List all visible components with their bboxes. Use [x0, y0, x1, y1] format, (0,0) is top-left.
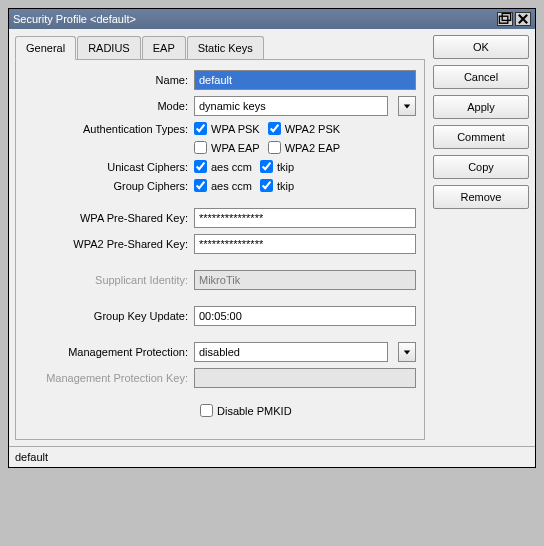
group-key-update-input[interactable]: [194, 306, 416, 326]
group-tkip-label: tkip: [277, 180, 294, 192]
chevron-down-icon: [403, 348, 411, 356]
wpa2-psk-input[interactable]: [194, 234, 416, 254]
mode-select[interactable]: dynamic keys: [194, 96, 388, 116]
svg-marker-4: [404, 104, 410, 108]
wpa2-eap-checkbox[interactable]: [268, 141, 281, 154]
wpa-eap-label: WPA EAP: [211, 142, 260, 154]
disable-pmkid-checkbox[interactable]: [200, 404, 213, 417]
mode-dropdown-button[interactable]: [398, 96, 416, 116]
mgmt-protection-select[interactable]: disabled: [194, 342, 388, 362]
ok-button[interactable]: OK: [433, 35, 529, 59]
restore-button[interactable]: [497, 12, 513, 26]
window-title: Security Profile <default>: [13, 13, 497, 25]
wpa2-psk-checkbox[interactable]: [268, 122, 281, 135]
status-bar: default: [9, 446, 535, 467]
wpa2-psk-label: WPA2 PSK: [285, 123, 340, 135]
unicast-tkip-label: tkip: [277, 161, 294, 173]
name-input[interactable]: [194, 70, 416, 90]
unicast-tkip-checkbox[interactable]: [260, 160, 273, 173]
comment-button[interactable]: Comment: [433, 125, 529, 149]
cancel-button[interactable]: Cancel: [433, 65, 529, 89]
group-aes-checkbox[interactable]: [194, 179, 207, 192]
tab-body-general: Name: Mode: dynamic keys Authent: [15, 59, 425, 440]
security-profile-window: Security Profile <default> General RADIU…: [8, 8, 536, 468]
mgmt-protection-dropdown-button[interactable]: [398, 342, 416, 362]
wpa-psk-checkbox[interactable]: [194, 122, 207, 135]
titlebar[interactable]: Security Profile <default>: [9, 9, 535, 29]
wpa2-psk-key-label: WPA2 Pre-Shared Key:: [24, 238, 194, 250]
mode-label: Mode:: [24, 100, 194, 112]
group-label: Group Ciphers:: [24, 180, 194, 192]
group-aes-label: aes ccm: [211, 180, 252, 192]
tabs: General RADIUS EAP Static Keys: [15, 36, 425, 60]
close-button[interactable]: [515, 12, 531, 26]
auth-types-label: Authentication Types:: [24, 123, 194, 135]
name-label: Name:: [24, 74, 194, 86]
tab-static-keys[interactable]: Static Keys: [187, 36, 264, 59]
group-key-update-label: Group Key Update:: [24, 310, 194, 322]
tab-eap[interactable]: EAP: [142, 36, 186, 59]
mgmt-protection-key-input: [194, 368, 416, 388]
unicast-aes-checkbox[interactable]: [194, 160, 207, 173]
wpa-psk-key-label: WPA Pre-Shared Key:: [24, 212, 194, 224]
apply-button[interactable]: Apply: [433, 95, 529, 119]
copy-button[interactable]: Copy: [433, 155, 529, 179]
tab-radius[interactable]: RADIUS: [77, 36, 141, 59]
tab-general[interactable]: General: [15, 36, 76, 60]
group-tkip-checkbox[interactable]: [260, 179, 273, 192]
supplicant-input: [194, 270, 416, 290]
svg-marker-5: [404, 350, 410, 354]
mgmt-protection-label: Management Protection:: [24, 346, 194, 358]
mgmt-protection-key-label: Management Protection Key:: [24, 372, 194, 384]
unicast-aes-label: aes ccm: [211, 161, 252, 173]
disable-pmkid-label: Disable PMKID: [217, 405, 292, 417]
wpa2-eap-label: WPA2 EAP: [285, 142, 340, 154]
unicast-label: Unicast Ciphers:: [24, 161, 194, 173]
remove-button[interactable]: Remove: [433, 185, 529, 209]
wpa-eap-checkbox[interactable]: [194, 141, 207, 154]
wpa-psk-input[interactable]: [194, 208, 416, 228]
chevron-down-icon: [403, 102, 411, 110]
wpa-psk-label: WPA PSK: [211, 123, 260, 135]
supplicant-label: Supplicant Identity:: [24, 274, 194, 286]
